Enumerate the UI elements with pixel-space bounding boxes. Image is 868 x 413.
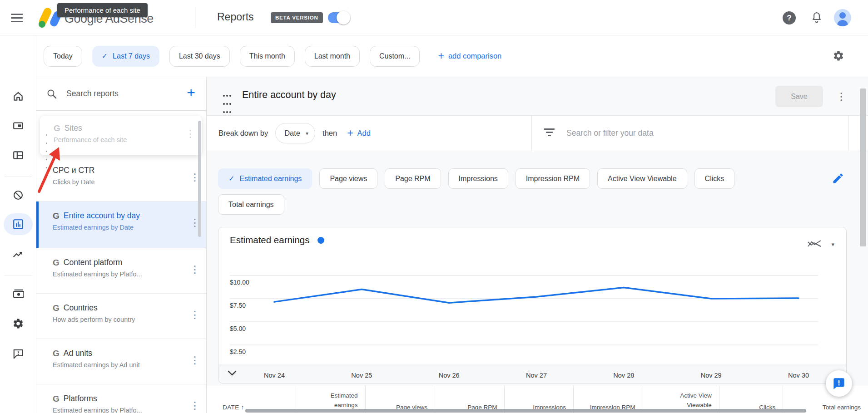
report-item-cpc-ctr[interactable]: G CPC и CTR Clicks by Date ⋮ xyxy=(36,156,206,202)
metric-chip-estimated-earnings[interactable]: ✓ Estimated earnings xyxy=(218,168,312,189)
metric-chip-page-views[interactable]: ✓ Page views xyxy=(319,168,377,189)
report-item-countries[interactable]: G Countries How ads perform by country ⋮ xyxy=(36,294,206,339)
page-title: Reports xyxy=(217,11,254,23)
notifications-icon[interactable] xyxy=(810,11,823,25)
horizontal-scrollbar[interactable] xyxy=(245,409,806,413)
date-chip-today[interactable]: ✓ Today xyxy=(44,46,82,67)
add-comparison-button[interactable]: + add comparison xyxy=(438,51,501,61)
save-button[interactable]: Save xyxy=(775,86,823,107)
breakdown-row: Break down by Date ▾ then + Add xyxy=(207,116,868,151)
edit-metrics-icon[interactable] xyxy=(832,172,844,185)
reports-icon[interactable] xyxy=(0,218,36,230)
table-column-label: Active View Viewable xyxy=(670,391,712,410)
report-item-entire-account-by-day[interactable]: G Entire account by day Estimated earnin… xyxy=(36,202,206,248)
filter-icon xyxy=(544,128,555,138)
more-options-icon[interactable]: ⋮ xyxy=(190,309,200,321)
more-options-icon[interactable]: ⋮ xyxy=(190,264,200,275)
x-tick-label: Nov 25 xyxy=(351,372,372,379)
optimization-icon[interactable] xyxy=(0,249,36,261)
search-reports-input[interactable] xyxy=(66,89,166,98)
date-range-bar: ✓ Today ✓ Last 7 days ✓ Last 30 days ✓ T… xyxy=(36,35,868,77)
metric-chip-active-view-viewable[interactable]: ✓ Active View Viewable xyxy=(597,168,687,189)
date-chip-last-30-days[interactable]: ✓ Last 30 days xyxy=(169,46,230,67)
date-range-chip-label: Today xyxy=(53,52,73,60)
report-item-title: Content platform xyxy=(64,258,122,267)
filter-area xyxy=(544,116,739,151)
search-icon xyxy=(46,88,57,99)
chat-icon xyxy=(833,377,845,390)
table-column-label: DATE↑ xyxy=(223,403,244,412)
x-tick-label: Nov 28 xyxy=(613,372,634,379)
sidebar-scrollbar[interactable] xyxy=(198,121,201,237)
metric-chip-total-earnings[interactable]: ✓ Total earnings xyxy=(218,194,284,215)
home-icon[interactable] xyxy=(0,90,36,102)
date-chip-custom[interactable]: ✓ Custom... xyxy=(370,46,420,67)
report-item-subtitle: Estimated earnings by Ad unit xyxy=(53,361,188,369)
help-icon[interactable]: ? xyxy=(783,11,796,25)
more-options-icon[interactable]: ⋮ xyxy=(185,128,195,140)
google-report-icon: G xyxy=(54,124,60,133)
date-range-chip-label: Last 30 days xyxy=(179,52,220,60)
check-icon: ✓ xyxy=(228,174,234,183)
more-options-icon[interactable]: ⋮ xyxy=(190,354,200,366)
google-report-icon: G xyxy=(53,349,60,358)
y-tick-label: $2.50 xyxy=(230,348,246,355)
report-list: G Sites Performance of each site ⋮ G CPC… xyxy=(36,116,206,413)
menu-icon[interactable] xyxy=(11,14,23,22)
filter-input[interactable] xyxy=(566,128,739,138)
check-icon: ✓ xyxy=(102,52,108,60)
report-title: Entire account by day xyxy=(242,89,336,101)
report-item-title: Platforms xyxy=(64,394,97,403)
more-options-icon[interactable]: ⋮ xyxy=(190,400,200,412)
date-chip-this-month[interactable]: ✓ This month xyxy=(240,46,295,67)
settings-icon[interactable] xyxy=(0,318,36,329)
report-item-ad-units[interactable]: G Ad units Estimated earnings by Ad unit… xyxy=(36,339,206,384)
sort-ascending-icon: ↑ xyxy=(241,403,244,411)
feedback-icon[interactable] xyxy=(0,348,36,359)
y-tick-label: $5.00 xyxy=(230,325,246,332)
avatar[interactable] xyxy=(834,9,851,26)
report-item-sites[interactable]: G Sites Performance of each site ⋮ xyxy=(40,116,202,155)
metric-chip-impressions[interactable]: ✓ Impressions xyxy=(448,168,508,189)
report-item-content-platform[interactable]: G Content platform Estimated earnings by… xyxy=(36,248,206,294)
plus-icon: + xyxy=(438,51,444,61)
report-grid-icon[interactable] xyxy=(223,92,233,116)
date-chip-last-month[interactable]: ✓ Last month xyxy=(305,46,360,67)
series-legend-dot xyxy=(317,237,324,244)
report-item-platforms[interactable]: G Platforms Estimated earnings by Platfo… xyxy=(36,384,206,413)
sites-icon[interactable] xyxy=(0,149,36,161)
y-tick-label: $10.00 xyxy=(230,279,249,286)
report-item-subtitle: Estimated earnings by Platfo... xyxy=(53,407,188,413)
divider xyxy=(195,7,195,28)
divider xyxy=(848,116,849,151)
report-item-title: Ad units xyxy=(64,349,92,358)
add-breakdown-button[interactable]: + Add xyxy=(347,128,371,138)
metric-chip-clicks[interactable]: ✓ Clicks xyxy=(694,168,735,189)
report-content: ✓ Estimated earnings ✓ Page views ✓ Page… xyxy=(207,151,868,413)
metric-chip-impression-rpm[interactable]: ✓ Impression RPM xyxy=(516,168,590,189)
chart-type-caret-icon[interactable]: ▾ xyxy=(831,241,834,248)
report-item-subtitle: Performance of each site xyxy=(54,136,188,143)
date-chip-last-7-days[interactable]: ✓ Last 7 days xyxy=(92,46,159,67)
more-options-icon[interactable]: ⋮ xyxy=(836,91,846,103)
plus-icon: + xyxy=(347,128,353,138)
report-settings-icon[interactable] xyxy=(833,50,844,62)
metric-chip-label: Clicks xyxy=(705,175,724,183)
feedback-fab[interactable] xyxy=(826,370,852,397)
nav-rail xyxy=(0,35,36,413)
metric-chip-label: Estimated earnings xyxy=(239,175,302,183)
ads-icon[interactable] xyxy=(0,120,36,132)
blocking-controls-icon[interactable] xyxy=(0,189,36,201)
beta-toggle[interactable] xyxy=(328,12,349,23)
report-item-title: Countries xyxy=(64,303,98,313)
metric-chip-page-rpm[interactable]: ✓ Page RPM xyxy=(385,168,441,189)
date-range-chip-label: This month xyxy=(249,52,285,60)
add-report-button[interactable]: + xyxy=(187,85,195,100)
metric-chip-label: Page RPM xyxy=(395,175,430,183)
vertical-scrollbar[interactable] xyxy=(860,88,866,246)
report-header: Entire account by day Save ⋮ xyxy=(207,77,868,116)
series-line-estimated-earnings xyxy=(274,288,799,303)
payments-icon[interactable] xyxy=(0,288,36,300)
breakdown-select[interactable]: Date ▾ xyxy=(275,123,315,143)
metric-chip-label: Impression RPM xyxy=(526,175,580,183)
